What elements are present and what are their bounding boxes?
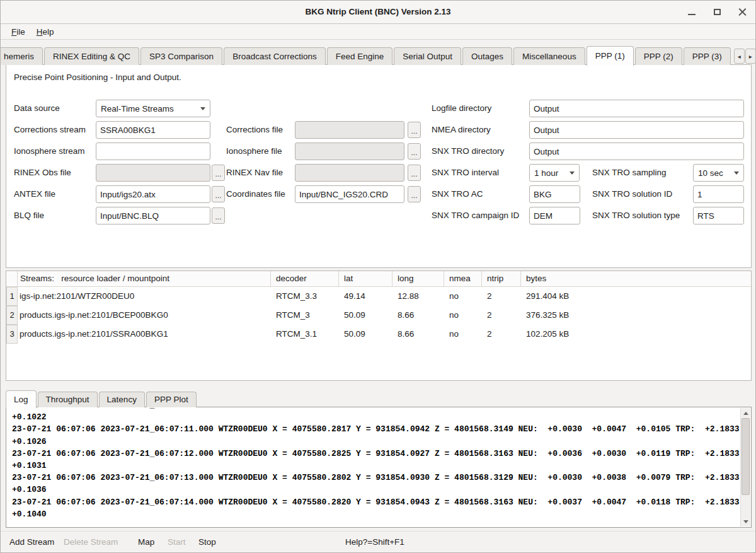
ionosphere-file-browse-button[interactable]: ... [408,143,421,160]
minimize-button[interactable] [684,4,700,20]
log-output[interactable]: 23-07-21 06:07:06 2023-07-21_06:07:10.00… [6,407,752,528]
log-line: +0.1036 [12,484,740,496]
tab-broadcast-corrections[interactable]: Broadcast Corrections [224,47,326,65]
cell-bytes: 102.205 kB [521,325,751,344]
ionosphere-stream-input[interactable] [96,143,210,160]
help-hint: Help?=Shift+F1 [345,537,404,548]
stream-row-2[interactable]: 2 products.igs-ip.net:2101/BCEP00BKG0 RT… [6,306,751,325]
tab-ppp-2[interactable]: PPP (2) [635,47,682,65]
menu-file[interactable]: File [6,25,31,40]
snx-tro-campaign-id-label: SNX TRO campaign ID [432,207,519,224]
add-stream-button[interactable]: Add Stream [9,537,54,548]
log-line: +0.1040 [12,508,740,520]
stop-button[interactable]: Stop [198,537,216,548]
tab-ppp-3[interactable]: PPP (3) [684,47,731,65]
log-line: 23-07-21 06:07:06 2023-07-21_06:07:12.00… [12,448,740,460]
scrollbar-thumb[interactable] [742,418,750,495]
tab-ephemeris[interactable]: hemeris [0,47,43,65]
snx-tro-ac-input[interactable] [529,185,580,203]
scroll-up-button[interactable] [742,409,750,417]
cell-decoder: RTCM_3.3 [271,287,339,306]
tab-outages[interactable]: Outages [462,47,512,65]
log-scrollbar[interactable] [740,408,750,527]
nmea-directory-label: NMEA directory [432,121,491,139]
streams-table-header: Streams: resource loader / mountpoint de… [6,271,751,287]
bnc-window: { "window": { "title": "BKG Ntrip Client… [0,0,756,553]
cell-long: 8.66 [392,306,444,325]
map-button[interactable]: Map [138,537,154,548]
stream-row-3[interactable]: 3 products.igs-ip.net:2101/SSRA00BKG1 RT… [6,325,751,344]
row-number: 1 [6,287,18,306]
blq-browse-button[interactable]: ... [212,207,225,224]
rinex-nav-file-input [295,164,404,182]
tab-latency[interactable]: Latency [99,392,145,407]
cell-nmea: no [444,287,482,306]
tab-throughput[interactable]: Throughput [38,392,98,407]
scroll-down-button[interactable] [742,517,750,526]
cell-bytes: 291.404 kB [521,287,751,306]
tab-ppp-1[interactable]: PPP (1) [587,46,634,66]
nmea-directory-input[interactable] [529,121,744,139]
cell-long: 12.88 [392,287,444,306]
antex-file-input[interactable] [96,185,210,203]
start-button: Start [168,537,186,548]
log-line: +0.1026 [12,436,740,448]
stream-row-1[interactable]: 1 igs-ip.net:2101/WTZR00DEU0 RTCM_3.3 49… [6,287,751,306]
tab-scroll-left-button[interactable]: ◂ [734,49,745,64]
close-button[interactable] [734,4,750,20]
cell-bytes: 376.325 kB [521,306,751,325]
blq-file-input[interactable] [96,207,210,224]
cell-lat: 49.14 [339,287,392,306]
cell-decoder: RTCM_3.1 [271,325,339,344]
snx-tro-sampling-combobox[interactable]: 10 sec [693,164,744,182]
delete-stream-button: Delete Stream [64,537,118,548]
coordinates-file-input[interactable] [295,185,404,203]
menu-help[interactable]: Help [31,25,60,40]
maximize-button[interactable] [709,4,725,20]
antex-file-label: ANTEX file [14,185,55,203]
coordinates-browse-button[interactable]: ... [408,186,421,202]
logfile-directory-label: Logfile directory [432,100,491,117]
corrections-stream-label: Corrections stream [14,121,86,139]
snx-tro-ac-label: SNX TRO AC [432,185,483,203]
corrections-file-browse-button[interactable]: ... [408,122,421,138]
tab-ppp-plot[interactable]: PPP Plot [146,392,197,407]
cell-nmea: no [444,306,482,325]
snx-tro-solution-id-input[interactable] [693,185,744,203]
corrections-stream-input[interactable] [96,121,210,139]
streams-table: Streams: resource loader / mountpoint de… [6,271,752,381]
log-line: +0.1022 [12,411,740,423]
rinex-obs-file-input [96,164,210,182]
rinex-nav-browse-button[interactable]: ... [408,165,421,181]
tab-rinex-editing-qc[interactable]: RINEX Editing & QC [44,47,139,65]
antex-browse-button[interactable]: ... [212,186,225,202]
tab-miscellaneous[interactable]: Miscellaneous [513,47,585,65]
tab-log[interactable]: Log [6,390,37,408]
chevron-down-icon [734,172,739,175]
rinex-obs-file-label: RINEX Obs file [14,164,71,182]
cell-nmea: no [444,325,482,344]
log-line: 23-07-21 06:07:06 2023-07-21_06:07:14.00… [12,496,740,508]
arrow-left-icon: ◂ [738,53,741,60]
rinex-nav-file-label: RINEX Nav file [226,164,283,182]
header-row-number [6,271,18,286]
tab-serial-output[interactable]: Serial Output [394,47,461,65]
rinex-obs-browse-button[interactable]: ... [212,165,225,181]
snx-tro-campaign-id-input[interactable] [529,207,580,224]
snx-tro-solution-type-input[interactable] [693,207,744,224]
ionosphere-file-label: Ionosphere file [226,143,282,160]
tab-feed-engine[interactable]: Feed Engine [327,47,393,65]
cell-long: 8.66 [392,325,444,344]
tab-scroll-right-button[interactable]: ▸ [745,49,756,64]
logfile-directory-input[interactable] [529,100,744,117]
row-number: 2 [6,306,18,325]
window-title: BKG Ntrip Client (BNC) Version 2.13 [1,1,755,23]
snx-tro-interval-combobox[interactable]: 1 hour [529,164,580,182]
minimize-icon [688,14,696,15]
row-number: 3 [6,325,18,344]
snx-tro-directory-input[interactable] [529,143,744,160]
tab-sp3-comparison[interactable]: SP3 Comparison [140,47,222,65]
data-source-combobox[interactable]: Real-Time Streams [96,100,210,117]
coordinates-file-label: Coordinates file [226,185,285,203]
corrections-file-input [295,121,404,139]
